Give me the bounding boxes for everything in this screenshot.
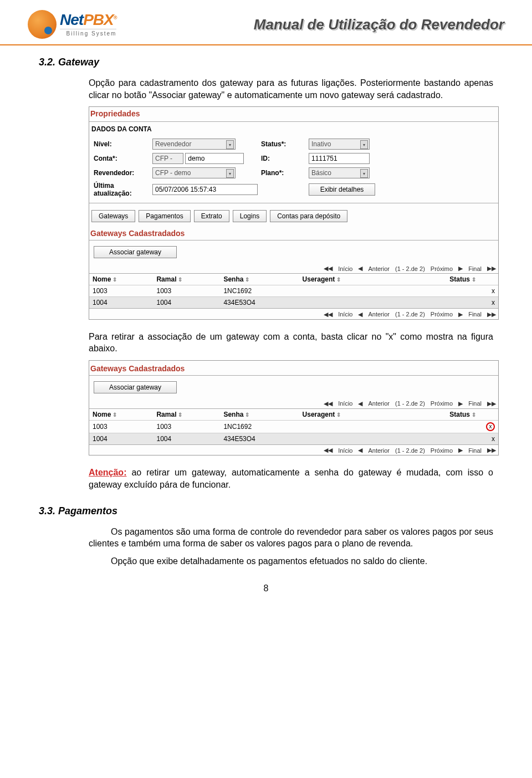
chevron-down-icon: ▾ [360,140,368,149]
nav-final[interactable]: Final [468,265,482,272]
nav-range: (1 - 2.de 2) [395,400,425,407]
cell-useragent [299,420,392,433]
tab-logins[interactable]: Logins [233,210,267,222]
prev-page-icon[interactable]: ◀ [358,447,362,454]
next-page-icon[interactable]: ▶ [458,447,463,454]
logo-text: NetPBX® [60,12,116,28]
cell-nome: 1004 [89,433,153,444]
nav-anterior[interactable]: Anterior [368,311,390,318]
atencao-para: Atenção: ao retirar um gateway, automati… [39,467,493,490]
col-status[interactable]: Status⇕ [392,408,498,420]
status-select[interactable]: Inativo▾ [309,139,370,150]
delete-gateway-button-highlighted[interactable]: x [392,420,498,433]
delete-gateway-button[interactable]: x [392,433,498,444]
logo-pbx: PBX [83,11,114,28]
cell-ramal: 1003 [153,420,220,433]
nav-final[interactable]: Final [468,311,482,318]
plano-select[interactable]: Básico▾ [309,167,370,178]
nav-inicio[interactable]: Início [338,400,352,407]
col-senha[interactable]: Senha⇕ [220,408,299,420]
gateway-intro-para: Opção para cadastramento dos gateway par… [39,77,493,101]
col-status[interactable]: Status⇕ [392,274,498,285]
nav-proximo[interactable]: Próximo [431,311,453,318]
section-3-3-title: 3.3. Pagamentos [39,505,493,517]
sort-icon: ⇕ [178,277,182,283]
nav-anterior[interactable]: Anterior [368,400,390,407]
sort-icon: ⇕ [112,412,117,418]
col-useragent[interactable]: Useragent⇕ [299,408,392,420]
nav-inicio[interactable]: Início [338,265,352,272]
last-page-icon[interactable]: ▶▶ [487,265,496,272]
table-nav-bottom: ◀◀Início ◀Anterior (1 - 2.de 2) Próximo▶… [89,446,498,455]
cell-useragent [299,285,392,297]
conta-input[interactable]: demo [185,153,244,164]
nav-inicio[interactable]: Início [338,447,352,454]
first-page-icon[interactable]: ◀◀ [324,400,332,407]
pagamentos-para2: Opção que exibe detalhadamente os pagame… [39,555,493,567]
ultima-input[interactable]: 05/07/2006 15:57:43 [152,184,258,195]
nav-anterior[interactable]: Anterior [368,447,390,454]
registered-icon: ® [114,15,117,21]
associar-gateway-button[interactable]: Associar gateway [94,381,177,393]
cell-useragent [299,297,392,309]
nivel-select[interactable]: Revendedor▾ [152,139,236,150]
prev-page-icon[interactable]: ◀ [358,311,362,318]
first-page-icon[interactable]: ◀◀ [324,311,332,318]
gateways-cadastradados-title: Gateways Cadastradados [89,226,498,239]
manual-title: Manual de Utilização do Revendedor [254,16,504,33]
tab-contas-deposito[interactable]: Contas para depósito [270,210,347,222]
col-useragent[interactable]: Useragent⇕ [299,274,392,285]
conta-input-group: CFP - demo [152,153,258,164]
delete-gateway-button[interactable]: x [392,285,498,297]
tab-pagamentos[interactable]: Pagamentos [139,210,190,222]
col-nome[interactable]: Nome⇕ [89,274,153,285]
last-page-icon[interactable]: ▶▶ [487,400,496,407]
nav-final[interactable]: Final [468,400,482,407]
cell-ramal: 1004 [153,297,220,309]
last-page-icon[interactable]: ▶▶ [487,447,496,454]
next-page-icon[interactable]: ▶ [458,265,463,272]
cell-senha: 1NC1692 [220,285,299,297]
sort-icon: ⇕ [178,412,182,418]
first-page-icon[interactable]: ◀◀ [324,265,332,272]
prev-page-icon[interactable]: ◀ [358,400,362,407]
sort-icon: ⇕ [245,412,249,418]
sort-icon: ⇕ [112,277,117,283]
nav-final[interactable]: Final [468,447,482,454]
id-label: ID: [261,155,305,162]
next-page-icon[interactable]: ▶ [458,400,463,407]
col-ramal[interactable]: Ramal⇕ [153,274,220,285]
cell-nome: 1004 [89,297,153,309]
last-page-icon[interactable]: ▶▶ [487,311,496,318]
account-properties-panel: Propriedades DADOS DA CONTA Nível: Reven… [89,106,499,320]
associar-gateway-button[interactable]: Associar gateway [94,246,177,258]
nivel-label: Nível: [94,140,149,148]
revendedor-select[interactable]: CFP - demo▾ [152,167,236,178]
nav-proximo[interactable]: Próximo [431,400,453,407]
nav-proximo[interactable]: Próximo [431,265,453,272]
next-page-icon[interactable]: ▶ [458,311,463,318]
tab-extrato[interactable]: Extrato [194,210,229,222]
first-page-icon[interactable]: ◀◀ [324,447,332,454]
nav-proximo[interactable]: Próximo [431,447,453,454]
dados-da-conta-label: DADOS DA CONTA [91,125,496,133]
prev-page-icon[interactable]: ◀ [358,265,362,272]
col-senha[interactable]: Senha⇕ [220,274,299,285]
cell-ramal: 1003 [153,285,220,297]
propriedades-title: Propriedades [89,107,498,120]
section-3-2-title: 3.2. Gateway [39,57,493,68]
col-ramal[interactable]: Ramal⇕ [153,408,220,420]
chevron-down-icon: ▾ [360,169,368,178]
cell-senha: 434E53O4 [220,433,299,444]
table-row: 1003 1003 1NC1692 x [89,285,498,297]
exibir-detalhes-button[interactable]: Exibir detalhes [309,183,375,196]
id-input[interactable]: 1111751 [309,153,370,164]
nav-anterior[interactable]: Anterior [368,265,390,272]
nav-inicio[interactable]: Início [338,311,352,318]
delete-gateway-button[interactable]: x [392,297,498,309]
conta-label: Conta*: [94,155,149,162]
col-nome[interactable]: Nome⇕ [89,408,153,420]
tab-gateways[interactable]: Gateways [91,210,135,222]
nav-range: (1 - 2.de 2) [395,311,425,318]
tabs-row: Gateways Pagamentos Extrato Logins Conta… [89,207,498,226]
